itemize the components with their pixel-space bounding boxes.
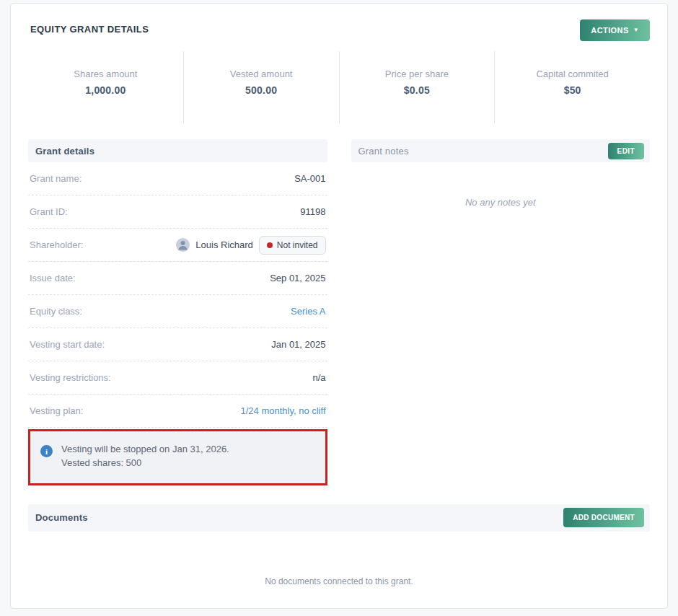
stat-label: Price per share (347, 69, 488, 79)
row-label: Grant name: (30, 173, 82, 184)
row-equity-class: Equity class: Series A (28, 295, 327, 328)
stat-value: $0.05 (347, 84, 488, 96)
status-badge-label: Not invited (277, 240, 318, 250)
grant-notes-title: Grant notes (358, 146, 409, 157)
documents-section: Documents ADD DOCUMENT No documents conn… (28, 504, 650, 586)
stat-vested-amount: Vested amount 500.00 (184, 51, 340, 123)
edit-notes-button[interactable]: EDIT (608, 143, 644, 159)
grant-notes-header: Grant notes EDIT (351, 139, 651, 162)
row-vesting-start-date: Vesting start date: Jan 01, 2025 (28, 328, 327, 361)
row-label: Vesting plan: (30, 405, 83, 416)
vesting-plan-link[interactable]: 1/24 monthly, no cliff (240, 405, 325, 416)
stats-row: Shares amount 1,000.00 Vested amount 500… (28, 51, 650, 123)
status-dot-icon (267, 242, 273, 248)
stat-capital-commited: Capital commited $50 (495, 51, 650, 123)
equity-grant-details-card: EQUITY GRANT DETAILS ACTIONS ▼ Shares am… (10, 3, 668, 609)
row-label: Shareholder: (30, 239, 83, 250)
documents-empty-text: No documents connected to this grant. (28, 576, 650, 586)
row-label: Grant ID: (30, 206, 68, 217)
row-value: Sep 01, 2025 (270, 273, 325, 283)
add-document-button[interactable]: ADD DOCUMENT (563, 508, 644, 527)
row-value: Jan 01, 2025 (271, 339, 325, 350)
status-badge[interactable]: Not invited (259, 236, 326, 255)
stat-shares-amount: Shares amount 1,000.00 (28, 51, 184, 123)
row-value: n/a (312, 372, 325, 383)
notes-empty-text: No any notes yet (351, 197, 651, 208)
actions-button[interactable]: ACTIONS ▼ (580, 19, 650, 41)
vesting-info-line1: Vesting will be stopped on Jan 31, 2026. (61, 444, 229, 454)
shareholder-value: Louis Richard Not invited (176, 236, 325, 255)
row-shareholder: Shareholder: Louis Richard Not invited (28, 229, 327, 262)
shareholder-name[interactable]: Louis Richard (195, 239, 253, 250)
row-vesting-plan: Vesting plan: 1/24 monthly, no cliff (28, 395, 327, 428)
row-label: Vesting restrictions: (30, 372, 111, 383)
main-grid: Grant details Grant name: SA-001 Grant I… (28, 139, 650, 485)
row-label: Vesting start date: (30, 339, 105, 350)
documents-title: Documents (35, 512, 88, 523)
stat-price-per-share: Price per share $0.05 (340, 51, 496, 123)
caret-down-icon: ▼ (633, 27, 639, 33)
vesting-info-note: i Vesting will be stopped on Jan 31, 202… (28, 429, 327, 485)
person-icon (176, 238, 190, 252)
stat-value: 1,000.00 (35, 84, 176, 96)
info-icon: i (40, 445, 53, 457)
row-value: SA-001 (294, 173, 325, 184)
card-header: EQUITY GRANT DETAILS ACTIONS ▼ (28, 19, 650, 41)
row-value: 91198 (300, 206, 325, 217)
stat-label: Shares amount (35, 69, 176, 79)
grant-details-title: Grant details (35, 146, 94, 157)
actions-button-label: ACTIONS (591, 26, 628, 35)
documents-header: Documents ADD DOCUMENT (28, 504, 650, 532)
row-label: Issue date: (30, 273, 76, 283)
row-vesting-restrictions: Vesting restrictions: n/a (28, 361, 327, 395)
grant-details-panel: Grant details Grant name: SA-001 Grant I… (28, 139, 327, 485)
stat-label: Capital commited (502, 69, 643, 79)
vesting-info-text: Vesting will be stopped on Jan 31, 2026.… (61, 443, 229, 470)
grant-details-header: Grant details (28, 139, 327, 162)
stat-value: $50 (502, 84, 643, 96)
stat-value: 500.00 (191, 84, 332, 96)
row-grant-id: Grant ID: 91198 (28, 195, 327, 229)
avatar (176, 238, 190, 252)
stat-label: Vested amount (191, 69, 332, 79)
equity-class-link[interactable]: Series A (291, 306, 325, 317)
row-grant-name: Grant name: SA-001 (28, 162, 327, 195)
grant-notes-panel: Grant notes EDIT No any notes yet (351, 139, 651, 485)
row-label: Equity class: (30, 306, 82, 317)
row-issue-date: Issue date: Sep 01, 2025 (28, 262, 327, 295)
page-title: EQUITY GRANT DETAILS (28, 19, 149, 35)
vesting-info-line2: Vested shares: 500 (61, 457, 141, 468)
